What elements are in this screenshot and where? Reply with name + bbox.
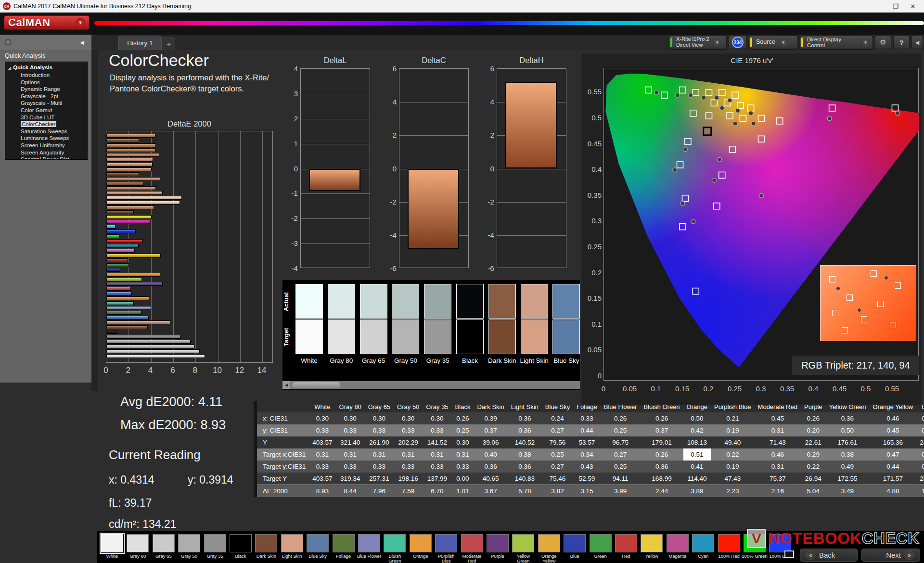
panel-collapse-button[interactable]: ◀ [911, 36, 923, 49]
patch-swatch-label: Dark Skin [253, 554, 279, 559]
table-cell: 96.75 [601, 436, 641, 448]
sidebar-item-saturation-sweeps[interactable]: Saturation Sweeps [8, 128, 87, 135]
table-cell: 0.33 [423, 424, 451, 436]
deltae-bar [106, 282, 163, 286]
table-cell: 0.31 [365, 448, 394, 461]
window-restore-icon[interactable] [784, 550, 794, 558]
sidebar-item-screen-uniformity[interactable]: Screen Uniformity [8, 142, 87, 149]
cie-x-tick: 0.1 [647, 384, 665, 393]
minimize-button[interactable]: – [870, 1, 886, 12]
patch-swatch-purple[interactable] [487, 534, 509, 552]
patch-swatch-dark-skin[interactable] [255, 534, 277, 552]
deltae-bar [106, 196, 182, 200]
scroll-left-icon[interactable]: ◀ [282, 381, 290, 389]
meter-dropdown[interactable]: X-Rite i1Pro 2 Direct View ▼ [669, 36, 727, 49]
cie-x-tick: 0.45 [831, 384, 848, 393]
patch-swatch-orange-yellow[interactable] [538, 534, 560, 552]
help-button[interactable]: ? [893, 36, 910, 49]
patch-swatch-blue-flower[interactable] [358, 534, 380, 552]
actual-row-label: Actual [282, 284, 293, 320]
patch-swatch-cyan[interactable] [692, 534, 714, 552]
table-cell: 0.36 [826, 412, 870, 424]
actual-swatch-5 [456, 284, 484, 319]
sidebar-item-spectral-power-dist-[interactable]: Spectral Power Dist. [8, 156, 87, 160]
patch-swatch-purplish-blue[interactable] [435, 534, 457, 552]
patch-swatch-black[interactable] [230, 534, 252, 552]
patch-swatch-yellow[interactable] [641, 534, 663, 552]
patch-swatch-gray-65[interactable] [153, 534, 175, 552]
patch-swatch-blue-sky[interactable] [307, 534, 329, 552]
table-cell: 0.22 [711, 448, 755, 461]
sidebar-item-options[interactable]: Options [8, 79, 87, 86]
patch-swatch-foliage[interactable] [333, 534, 355, 552]
actual-swatch-6 [488, 284, 516, 319]
table-cell: 39.06 [474, 436, 507, 448]
patch-swatch-green[interactable] [590, 534, 612, 552]
table-cell: 0.33 [365, 424, 394, 436]
sidebar-item-color-gamut[interactable]: Color Gamut [8, 107, 87, 114]
patch-swatch-gray-80[interactable] [127, 534, 149, 552]
patch-swatch-red[interactable] [615, 534, 637, 552]
sidebar-item-introduction[interactable]: Introduction [8, 72, 87, 79]
cie-y-tick: 0.2 [583, 269, 602, 277]
patch-swatch-gray-50[interactable] [178, 534, 200, 552]
patch-swatch-bluish-green[interactable] [384, 534, 406, 552]
patch-swatch-label: Blue Sky [305, 554, 331, 559]
next-button[interactable]: Next » [861, 549, 920, 562]
table-cell: 0.50 [683, 412, 711, 424]
back-button[interactable]: « Back [800, 549, 858, 562]
sidebar-item-screen-angularity[interactable]: Screen Angularity [8, 149, 87, 156]
app-icon: CM [3, 2, 11, 10]
deltae-x-tick: 12 [235, 366, 244, 375]
close-button[interactable]: ✕ [905, 1, 921, 12]
table-cell: 0.31 [755, 424, 801, 436]
tab-history-1[interactable]: History 1 [118, 36, 162, 50]
deltaL-plot-tick: 4 [294, 64, 298, 73]
scrollbar-thumb[interactable] [292, 382, 340, 388]
inset-square-marker [832, 310, 838, 316]
sidebar-item-grayscale-2pt[interactable]: Grayscale - 2pt [8, 93, 87, 100]
sidebar-item-3d-cube-lut[interactable]: 3D Cube LUT [8, 114, 87, 121]
table-cell: 257.31 [365, 473, 394, 485]
display-control-dropdown[interactable]: Direct Display Control ▼ [800, 36, 873, 49]
table-cell: 0.31 [394, 448, 423, 461]
inset-square-marker [842, 327, 848, 333]
patch-swatch-white[interactable] [101, 534, 123, 552]
tree-root[interactable]: ◢Quick Analysis [8, 64, 87, 72]
chevron-double-right-icon: » [905, 550, 914, 560]
patch-swatch-label: Yellow Green [510, 554, 536, 563]
table-cell: 0.46 [869, 412, 916, 424]
calman-menu-button[interactable]: CalMAN ▼ [4, 15, 90, 30]
patch-swatch-moderate-red[interactable] [461, 534, 483, 552]
table-cell: 319.34 [336, 473, 365, 485]
patch-swatch-light-skin[interactable] [281, 534, 303, 552]
sidebar-collapse-button[interactable]: ◀ [77, 38, 87, 48]
patch-swatch-orange[interactable] [410, 534, 432, 552]
cie-x-tick: 0.25 [726, 384, 744, 393]
inset-square-marker [877, 301, 884, 307]
deltae-x-tick: 2 [123, 366, 133, 375]
sidebar-item-colorchecker[interactable]: ColorChecker [8, 121, 87, 128]
patch-swatch-blue[interactable] [564, 534, 586, 552]
maximize-button[interactable]: ❐ [887, 1, 904, 12]
sidebar-item-luminance-sweeps[interactable]: Luminance Sweeps [8, 135, 87, 142]
patch-swatch-yellow-green[interactable] [512, 534, 534, 552]
deltaL-plot-tick: -3 [291, 239, 298, 248]
table-cell: 0.36 [508, 424, 542, 436]
patch-swatch-magenta[interactable] [667, 534, 689, 552]
table-cell: 0.31 [336, 448, 365, 461]
meter-count-badge[interactable]: 234 [729, 36, 747, 49]
deltae-bar [106, 182, 144, 186]
table-cell: 0.30 [336, 412, 365, 424]
horizontal-scrollbar[interactable]: ◀ [282, 381, 580, 389]
patch-swatch-gray-35[interactable] [204, 534, 226, 552]
table-cell: 0.30 [394, 412, 423, 424]
table-cell: 5.04 [801, 485, 826, 498]
source-dropdown[interactable]: Source ▼ [749, 36, 798, 49]
tab-bar: ◀ History 1 + X-Rite i1Pro 2 Direct View… [0, 35, 924, 50]
sidebar-item-dynamic-range[interactable]: Dynamic Range [8, 86, 87, 93]
patch-swatch-100-red[interactable] [718, 534, 740, 552]
add-tab-button[interactable]: + [163, 38, 175, 50]
settings-button[interactable]: ⚙ [875, 36, 891, 49]
sidebar-item-grayscale-multi[interactable]: Grayscale - Multi [8, 100, 87, 107]
